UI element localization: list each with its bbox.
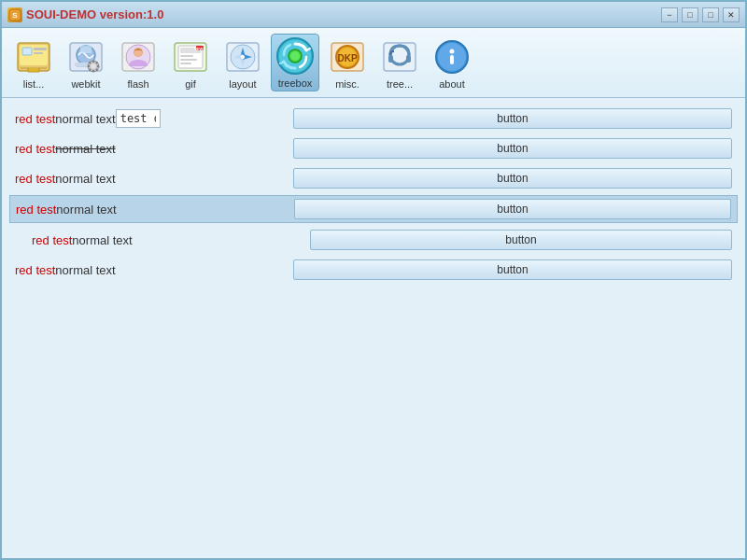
row-text-4: red test normal text <box>16 203 287 217</box>
toolbar-item-about[interactable]: about <box>428 35 476 91</box>
red-text-1: red test <box>15 112 55 126</box>
toolbar-item-webkit[interactable]: webkit <box>62 35 110 91</box>
list-icon <box>14 37 53 77</box>
maximize-button[interactable]: □ <box>702 7 719 22</box>
red-text-5: red test <box>32 233 72 247</box>
row-text-2: red test normal text <box>15 142 286 156</box>
minimize-button[interactable]: − <box>661 7 678 22</box>
svg-rect-6 <box>34 52 43 54</box>
svg-rect-9 <box>80 46 92 53</box>
toolbar-item-gif[interactable]: NEWS gif <box>166 35 215 91</box>
misc-icon: DKP <box>328 37 367 77</box>
toolbar: list... webkit <box>2 28 745 98</box>
treebox-label: treebox <box>278 77 313 89</box>
svg-rect-20 <box>180 55 193 57</box>
svg-point-27 <box>241 55 245 59</box>
svg-point-42 <box>450 49 455 54</box>
table-row: red test normal text button <box>9 135 738 161</box>
row-text-5: red test normal text <box>32 233 303 247</box>
svg-rect-38 <box>388 55 393 63</box>
svg-rect-4 <box>22 48 32 55</box>
normal-text-4: normal text <box>56 203 116 217</box>
red-text-6: red test <box>15 263 55 277</box>
toolbar-item-layout[interactable]: layout <box>218 35 267 91</box>
row-button-2[interactable]: button <box>293 138 732 159</box>
normal-text-5: normal text <box>72 233 132 247</box>
svg-text:S: S <box>12 11 18 20</box>
row-button-4[interactable]: button <box>294 199 731 219</box>
tree-label: tree... <box>387 78 413 90</box>
svg-rect-39 <box>406 55 411 63</box>
restore-button[interactable]: □ <box>682 7 698 22</box>
red-text-3: red test <box>15 172 55 186</box>
svg-point-31 <box>290 51 300 61</box>
svg-point-12 <box>91 63 96 69</box>
normal-text-3: normal text <box>55 172 115 186</box>
misc-label: misc. <box>335 78 359 90</box>
table-row: red test normal text button <box>9 105 738 132</box>
table-row-highlighted: red test normal text button <box>9 195 738 223</box>
svg-rect-5 <box>34 48 47 50</box>
about-icon <box>432 37 472 77</box>
toolbar-item-misc[interactable]: DKP misc. <box>323 35 372 91</box>
window-controls: − □ □ ✕ <box>661 7 740 22</box>
toolbar-item-list[interactable]: list... <box>9 35 58 91</box>
table-row: red test normal text button <box>9 257 738 283</box>
close-button[interactable]: ✕ <box>723 7 740 22</box>
layout-icon <box>223 37 262 77</box>
svg-rect-43 <box>450 55 454 64</box>
row-button-3[interactable]: button <box>293 168 732 189</box>
row-text-1: red test normal text <box>15 109 286 128</box>
row-input-1[interactable] <box>116 109 161 128</box>
title-bar-left: S SOUI-DEMO version:1.0 <box>7 7 163 22</box>
gif-icon: NEWS <box>171 37 210 77</box>
table-row: red test normal text button <box>9 165 738 191</box>
row-text-6: red test normal text <box>15 263 286 277</box>
flash-label: flash <box>127 78 148 90</box>
window-title: SOUI-DEMO version:1.0 <box>26 7 163 21</box>
row-text-3: red test normal text <box>15 172 286 186</box>
normal-text-1: normal text <box>55 112 115 126</box>
strikethrough-text-2: normal text <box>55 142 115 156</box>
table-row: red test normal text button <box>9 227 738 253</box>
treebox-icon <box>275 36 315 76</box>
about-label: about <box>439 78 465 90</box>
red-text-2: red test <box>15 142 55 156</box>
toolbar-item-flash[interactable]: flash <box>114 35 162 91</box>
red-text-4: red test <box>16 203 56 217</box>
layout-label: layout <box>229 78 256 90</box>
toolbar-item-tree[interactable]: tree... <box>375 35 424 91</box>
svg-rect-22 <box>180 63 191 64</box>
webkit-icon <box>66 37 106 77</box>
list-label: list... <box>23 78 45 90</box>
webkit-label: webkit <box>71 78 100 90</box>
tree-icon <box>380 37 419 77</box>
row-button-1[interactable]: button <box>293 108 732 129</box>
content-area: red test normal text button red test nor… <box>2 98 745 558</box>
row-button-6[interactable]: button <box>293 259 732 280</box>
main-window: S SOUI-DEMO version:1.0 − □ □ ✕ <box>0 0 747 560</box>
svg-text:NEWS: NEWS <box>194 47 205 51</box>
toolbar-item-treebox[interactable]: treebox <box>271 34 319 91</box>
svg-text:DKP: DKP <box>337 53 357 63</box>
row-button-5[interactable]: button <box>310 230 732 250</box>
svg-rect-21 <box>180 59 197 61</box>
normal-text-6: normal text <box>55 263 115 277</box>
title-bar: S SOUI-DEMO version:1.0 − □ □ ✕ <box>2 2 745 28</box>
gif-label: gif <box>185 78 196 90</box>
app-icon: S <box>7 7 22 22</box>
flash-icon <box>119 37 158 77</box>
